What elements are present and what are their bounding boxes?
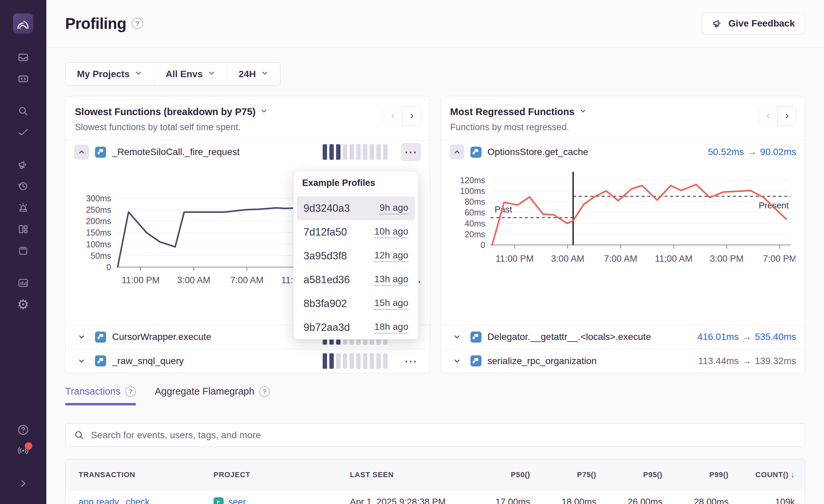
column-header-p95[interactable]: P95() [596, 470, 662, 479]
more-options-button[interactable]: ⋯ [401, 143, 421, 161]
after-value[interactable]: 535.40ms [755, 332, 796, 342]
svg-text:50ms: 50ms [91, 251, 111, 260]
function-name[interactable]: _RemoteSiloCall._fire_request [112, 147, 317, 157]
expand-row-button[interactable] [450, 330, 464, 344]
stats-icon[interactable] [17, 276, 30, 289]
feedback-megaphone-icon[interactable] [17, 158, 30, 171]
tab-transactions[interactable]: Transactions ? [65, 386, 136, 405]
profile-id: 3a95d3f8 [304, 250, 347, 262]
function-sparkline [323, 144, 387, 160]
function-name[interactable]: Delegator.__getattr__.<locals>.execute [488, 332, 692, 342]
collapse-row-button[interactable] [74, 145, 89, 159]
profile-item[interactable]: a581ed36 13h ago [297, 268, 415, 292]
profile-item[interactable]: 7d12fa50 10h ago [297, 220, 415, 244]
column-header-transaction[interactable]: TRANSACTION [79, 470, 214, 479]
svg-text:7:00 AM: 7:00 AM [230, 275, 264, 285]
search-input[interactable] [91, 430, 797, 441]
profile-item[interactable]: 9b72aa3d 18h ago [297, 315, 415, 339]
before-value[interactable]: 50.52ms [708, 147, 744, 157]
column-header-project[interactable]: PROJECT [214, 470, 350, 479]
give-feedback-label: Give Feedback [728, 18, 795, 29]
profile-age: 15h ago [374, 298, 408, 310]
regressed-panel-title-selector[interactable]: Most Regressed Functions [450, 106, 796, 118]
function-name[interactable]: serialize_rpc_organization [488, 356, 692, 366]
releases-archive-icon[interactable] [17, 244, 30, 257]
sidebar-nav: ⚙ [17, 51, 30, 319]
trend-arrow-icon: → [739, 332, 755, 342]
issues-icon[interactable] [17, 51, 30, 64]
example-profiles-dropdown: Example Profiles 9d3240a3 9h ago 7d12fa5… [293, 171, 419, 340]
sidebar: ⚙ [0, 0, 46, 504]
column-header-last-seen[interactable]: LAST SEEN [350, 470, 464, 479]
chevron-down-icon [579, 107, 587, 116]
metrics-trace-icon[interactable] [17, 126, 30, 139]
more-options-button[interactable]: ⋯ [401, 352, 421, 370]
regressed-function-chart-svg: 020ms40ms60ms80ms100ms120ms11:00 PM3:00 … [451, 164, 795, 325]
tab-aggregate-flamegraph[interactable]: Aggregate Flamegraph ? [155, 386, 270, 405]
svg-text:80ms: 80ms [464, 197, 485, 207]
settings-gear-icon[interactable]: ⚙ [17, 298, 30, 311]
prev-page-button[interactable] [384, 106, 403, 126]
projects-icon[interactable] [17, 72, 30, 85]
svg-text:11:00 PM: 11:00 PM [122, 275, 160, 285]
expand-row-button[interactable] [74, 354, 89, 368]
page-help-icon[interactable]: ? [132, 18, 143, 29]
dashboards-icon[interactable] [17, 223, 30, 236]
tab-label: Aggregate Flamegraph [155, 386, 255, 397]
column-header-p50[interactable]: P50() [464, 470, 530, 479]
tab-help-icon[interactable]: ? [125, 386, 136, 397]
function-row: OptionsStore.get_cache 50.52ms→90.02ms [441, 140, 805, 164]
function-name[interactable]: OptionsStore.get_cache [488, 147, 702, 157]
svg-text:11:00 PM: 11:00 PM [495, 254, 534, 264]
date-range-filter[interactable]: 24H [227, 63, 280, 85]
column-header-p75[interactable]: P75() [530, 470, 596, 479]
before-value[interactable]: 416.01ms [697, 332, 739, 342]
whats-new-broadcast-icon[interactable] [17, 444, 30, 457]
environments-filter[interactable]: All Envs [154, 63, 227, 85]
project-name[interactable]: seer [228, 497, 246, 504]
after-value[interactable]: 90.02ms [760, 147, 796, 157]
svg-text:7:00 AM: 7:00 AM [604, 254, 637, 264]
dropdown-title: Example Profiles [293, 171, 418, 194]
project-icon [214, 497, 224, 504]
python-icon [470, 332, 482, 343]
transaction-link[interactable]: app.ready._check [79, 497, 214, 504]
profile-age: 18h ago [374, 321, 408, 334]
profile-item[interactable]: 8b3fa902 15h ago [297, 292, 415, 315]
expand-row-button[interactable] [74, 330, 89, 344]
column-header-p99[interactable]: P99() [662, 470, 729, 479]
regression-trend[interactable]: 416.01ms→535.40ms [697, 332, 796, 342]
sentry-logo[interactable] [13, 13, 33, 34]
function-name[interactable]: CursorWrapper.execute [112, 332, 317, 342]
expand-row-button[interactable] [450, 354, 464, 368]
replays-clock-icon[interactable] [17, 180, 30, 193]
notification-badge [25, 442, 32, 450]
column-header-count[interactable]: COUNT() ↓ [729, 470, 795, 479]
panels-row: Slowest Functions (breakdown by P75) Slo… [65, 96, 805, 373]
explore-search-icon[interactable] [17, 105, 30, 117]
python-icon [470, 147, 482, 158]
svg-text:150ms: 150ms [86, 228, 111, 238]
project-cell[interactable]: seer [214, 497, 350, 504]
search-icon [74, 430, 85, 441]
alerts-siren-icon[interactable] [17, 201, 30, 214]
profile-id: 7d12fa50 [304, 226, 347, 238]
tab-label: Transactions [65, 386, 121, 397]
slowest-panel-title-selector[interactable]: Slowest Functions (breakdown by P75) [75, 106, 420, 118]
give-feedback-button[interactable]: Give Feedback [702, 13, 805, 34]
sidebar-expand-chevron-icon[interactable] [17, 477, 30, 490]
projects-filter[interactable]: My Projects [65, 63, 154, 85]
function-name[interactable]: _raw_snql_query [112, 356, 317, 366]
tab-help-icon[interactable]: ? [259, 386, 270, 397]
function-row: serialize_rpc_organization 113.44ms→139.… [441, 349, 805, 373]
regression-trend[interactable]: 50.52ms→90.02ms [708, 147, 796, 157]
active-tab-underline [65, 403, 136, 405]
profile-item[interactable]: 9d3240a3 9h ago [297, 196, 415, 220]
next-page-button[interactable] [777, 106, 796, 126]
collapse-row-button[interactable] [450, 145, 464, 159]
profile-item[interactable]: 3a95d3f8 12h ago [297, 244, 415, 268]
help-icon[interactable] [17, 423, 30, 436]
prev-page-button[interactable] [759, 106, 778, 126]
slowest-pager [384, 106, 421, 126]
next-page-button[interactable] [402, 106, 421, 126]
